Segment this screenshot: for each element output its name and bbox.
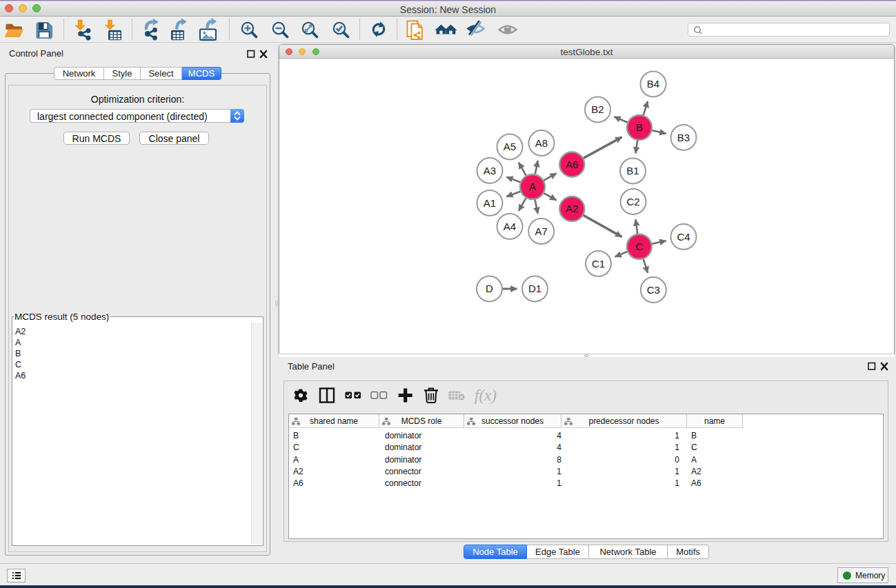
svg-text:C3: C3 bbox=[647, 284, 660, 296]
svg-text:A5: A5 bbox=[504, 141, 516, 152]
svg-text:A3: A3 bbox=[484, 165, 496, 176]
svg-text:A7: A7 bbox=[535, 225, 548, 237]
svg-text:A4: A4 bbox=[504, 221, 516, 232]
svg-text:B4: B4 bbox=[647, 78, 659, 90]
svg-text:C: C bbox=[635, 241, 643, 252]
svg-text:f(x): f(x) bbox=[475, 387, 497, 404]
svg-text:C2: C2 bbox=[626, 196, 639, 207]
svg-text:A: A bbox=[529, 181, 536, 192]
svg-text:D: D bbox=[486, 283, 493, 294]
svg-text:A2: A2 bbox=[566, 203, 578, 214]
svg-text:A6: A6 bbox=[566, 159, 578, 170]
svg-text:A8: A8 bbox=[535, 137, 548, 149]
svg-text:A1: A1 bbox=[484, 197, 496, 209]
svg-text:C4: C4 bbox=[677, 231, 690, 243]
svg-text:C1: C1 bbox=[592, 258, 605, 270]
svg-text:B3: B3 bbox=[677, 132, 690, 143]
svg-text:B: B bbox=[636, 121, 643, 133]
svg-text:D1: D1 bbox=[528, 283, 541, 294]
svg-text:B1: B1 bbox=[626, 165, 639, 176]
svg-text:B2: B2 bbox=[591, 103, 604, 115]
